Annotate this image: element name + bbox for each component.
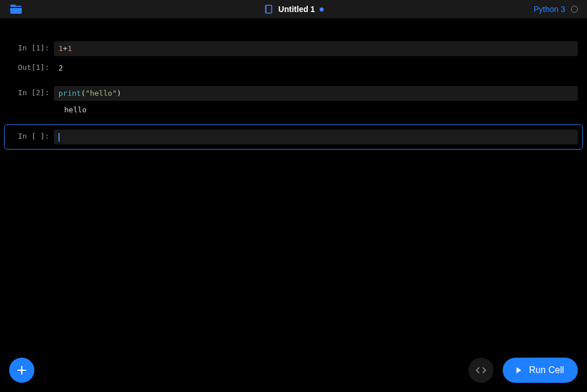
- output-prompt: Out[1]:: [9, 61, 54, 72]
- code-input[interactable]: print("hello"): [54, 86, 578, 101]
- kernel-status-icon: [571, 6, 578, 13]
- code-input[interactable]: [54, 130, 578, 144]
- document-title[interactable]: Untitled 1: [279, 5, 315, 14]
- kernel-selector[interactable]: Python 3: [534, 5, 565, 14]
- run-cell-button[interactable]: Run Cell: [503, 358, 578, 383]
- header-bar: Untitled 1 Python 3: [0, 0, 587, 18]
- code-icon: [475, 364, 487, 377]
- cell[interactable]: In [2]: print("hello") hello: [9, 86, 578, 114]
- bottom-bar: Run Cell: [0, 358, 587, 383]
- header-title-group: Untitled 1: [264, 4, 324, 14]
- stdout-output: hello: [64, 105, 87, 114]
- plus-icon: [14, 363, 29, 378]
- input-prompt: In [1]:: [9, 41, 54, 52]
- output-value: 2: [54, 61, 578, 76]
- files-icon[interactable]: [9, 2, 23, 16]
- modified-indicator-icon: [319, 7, 323, 11]
- stdout-spacer: [9, 105, 64, 114]
- input-prompt: In [2]:: [9, 86, 54, 97]
- add-cell-button[interactable]: [9, 358, 34, 383]
- notebook-body: In [1]: 1+1 Out[1]: 2 In [2]: print("hel…: [0, 18, 587, 150]
- cursor-icon: [58, 133, 60, 142]
- play-icon: [513, 365, 523, 375]
- header-right: Python 3: [534, 5, 578, 14]
- active-cell[interactable]: In [ ]:: [4, 124, 583, 150]
- cell[interactable]: In [1]: 1+1 Out[1]: 2: [9, 41, 578, 76]
- code-input[interactable]: 1+1: [54, 41, 578, 56]
- notebook-icon: [264, 4, 274, 14]
- run-cell-label: Run Cell: [529, 365, 564, 375]
- input-prompt: In [ ]:: [9, 130, 54, 140]
- code-toggle-button[interactable]: [468, 358, 494, 383]
